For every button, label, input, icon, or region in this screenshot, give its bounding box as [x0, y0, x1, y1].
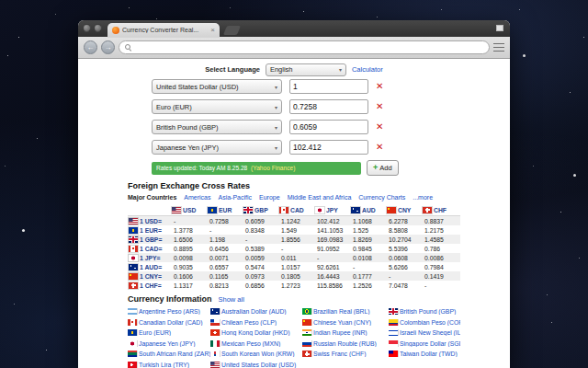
tab-close-icon[interactable]: × — [210, 27, 215, 34]
currency-select[interactable]: Euro (EUR) ▾ — [152, 99, 282, 114]
rates-updated-text: Rates updated: Today AM 8.25.28 — [156, 165, 247, 171]
currency-link[interactable]: Indian Rupee (INR) — [302, 329, 389, 336]
currency-link[interactable]: United States Dollar (USD) — [210, 362, 302, 368]
currency-link[interactable]: Mexican Peso (MXN) — [210, 340, 302, 347]
table-row: 1 JPY= 0.0098 0.0071 0.0059 0.011 - 0.01… — [128, 253, 460, 262]
currency-link[interactable]: Chilean Peso (CLP) — [210, 319, 302, 326]
rate-cell: 91.0952 — [315, 246, 351, 252]
rate-cell: 0.011 — [279, 255, 315, 261]
currency-flag-icon — [128, 340, 137, 347]
cross-rates-tab[interactable]: Americas — [184, 194, 210, 201]
rate-cell: 0.7984 — [423, 264, 458, 270]
remove-currency-icon[interactable]: ✕ — [376, 102, 383, 111]
rate-cell: 1.6506 — [172, 236, 208, 243]
rate-cell: 0.6456 — [208, 246, 243, 252]
currency-link-label: Japanese Yen (JPY) — [139, 340, 196, 347]
currency-link[interactable]: Colombian Peso (COP) — [389, 319, 460, 326]
currency-link-label: South African Rand (ZAR) — [139, 351, 210, 357]
rate-cell: 1.0157 — [279, 264, 315, 270]
currency-link[interactable]: Argentine Peso (ARS) — [128, 308, 210, 315]
currency-link[interactable]: Canadian Dollar (CAD) — [128, 319, 210, 326]
new-tab-button[interactable] — [223, 26, 241, 35]
row-label: 1 GBP= — [140, 236, 162, 243]
currency-flag-icon — [389, 329, 398, 336]
currency-flag-icon — [129, 218, 138, 224]
row-label: 1 CHF= — [140, 282, 162, 289]
select-language-label: Select Language — [205, 65, 260, 74]
currency-link[interactable]: Hong Kong Dollar (HKD) — [210, 329, 302, 336]
currency-flag-icon — [210, 340, 220, 347]
currency-flag-icon — [129, 236, 138, 243]
currency-link[interactable]: Turkish Lira (TRY) — [128, 362, 210, 368]
cross-rates-tab[interactable]: Asia-Pacific — [218, 194, 252, 201]
amount-input[interactable] — [289, 99, 368, 114]
currency-link[interactable]: South African Rand (ZAR) — [128, 351, 210, 357]
amount-input[interactable] — [289, 140, 368, 155]
currency-link-label: United States Dollar (USD) — [221, 362, 296, 368]
currency-link[interactable]: Israeli New Sheqel (ILS) — [389, 329, 460, 336]
table-row: 1 USD= - 0.7258 0.6059 1.1242 102.412 1.… — [128, 216, 460, 225]
currency-link[interactable]: Brazilian Real (BRL) — [302, 308, 389, 315]
browser-tab[interactable]: Currency Converter Real... × — [107, 23, 220, 37]
window-control-minimize-icon[interactable] — [94, 24, 102, 32]
remove-currency-icon[interactable]: ✕ — [376, 143, 383, 152]
currency-flag-icon — [423, 207, 432, 213]
currency-link[interactable]: Japanese Yen (JPY) — [128, 340, 210, 347]
rate-cell: 1.198 — [208, 236, 243, 243]
currency-link[interactable]: South Korean Won (KRW) — [210, 351, 302, 357]
currency-link[interactable]: Russian Rouble (RUB) — [302, 340, 389, 347]
currency-link-label: Colombian Peso (COP) — [400, 319, 460, 326]
currency-link[interactable]: Euro (EUR) — [128, 329, 210, 336]
window-maximize-icon[interactable] — [496, 25, 503, 31]
amount-input[interactable] — [289, 79, 368, 94]
rate-cell: 0.1165 — [208, 273, 243, 280]
row-label: 1 CNY= — [140, 273, 162, 280]
table-body: 1 USD= - 0.7258 0.6059 1.1242 102.412 1.… — [128, 216, 460, 290]
currency-link[interactable]: Singapore Dollar (SGD) — [389, 340, 460, 347]
currency-select[interactable]: Japanese Yen (JPY) ▾ — [152, 140, 282, 155]
browser-toolbar: ← → — [78, 37, 510, 59]
currency-link-label: Swiss Franc (CHF) — [313, 351, 366, 357]
currency-flag-icon — [351, 207, 360, 213]
stars-decoration — [0, 0, 1, 1]
row-label-cell: 1 USD= — [128, 218, 172, 224]
rate-cell: 115.8586 — [315, 282, 351, 289]
menu-icon[interactable] — [493, 43, 504, 52]
language-select[interactable]: English ▾ — [266, 63, 346, 76]
currency-link[interactable]: Swiss Franc (CHF) — [302, 351, 389, 357]
currency-select-value: British Pound (GBP) — [156, 123, 219, 132]
cross-rates-tab[interactable]: Middle East and Africa — [288, 194, 352, 201]
remove-currency-icon[interactable]: ✕ — [376, 82, 383, 91]
currency-select[interactable]: United States Dollar (USD) ▾ — [152, 79, 282, 94]
cross-rates-tab[interactable]: Europe — [259, 194, 280, 201]
back-button[interactable]: ← — [84, 40, 97, 54]
rate-cell: 1.8556 — [279, 236, 315, 243]
forward-button[interactable]: → — [101, 40, 115, 54]
calculator-link[interactable]: Calculator — [352, 65, 383, 74]
cross-rates-tab[interactable]: ...more — [413, 194, 433, 201]
rate-cell: 1.8269 — [351, 236, 387, 243]
rate-cell: 0.6856 — [243, 282, 279, 289]
currency-link-label: Euro (EUR) — [139, 329, 171, 336]
amount-input[interactable] — [289, 120, 368, 134]
column-header-code: AUD — [362, 207, 376, 213]
rates-row: Rates updated: Today AM 8.25.28 (Yahoo F… — [152, 160, 460, 176]
currency-link[interactable]: Chinese Yuan (CNY) — [302, 319, 389, 326]
currency-link[interactable]: British Pound (GBP) — [389, 308, 460, 315]
show-all-link[interactable]: Show all — [219, 295, 244, 304]
currency-link[interactable]: Taiwan Dollar (TWD) — [389, 351, 460, 357]
cross-rates-tab[interactable]: Major Countries — [128, 194, 176, 201]
currency-flag-icon — [389, 351, 398, 357]
remove-currency-icon[interactable]: ✕ — [376, 122, 383, 132]
window-control-close-icon[interactable] — [83, 24, 91, 32]
rates-updated-bar: Rates updated: Today AM 8.25.28 (Yahoo F… — [152, 162, 361, 175]
rate-cell: 7.0478 — [387, 282, 423, 289]
converter-row: British Pound (GBP) ▾ ✕ — [152, 120, 460, 134]
add-currency-button[interactable]: + Add — [367, 160, 399, 176]
rate-cell: - — [208, 227, 243, 234]
currency-select[interactable]: British Pound (GBP) ▾ — [152, 120, 282, 134]
cross-rates-tab[interactable]: Currency Charts — [358, 194, 405, 201]
currency-info-title: Currency Information — [128, 294, 212, 304]
currency-link[interactable]: Australian Dollar (AUD) — [210, 308, 302, 315]
address-bar[interactable] — [119, 40, 490, 54]
